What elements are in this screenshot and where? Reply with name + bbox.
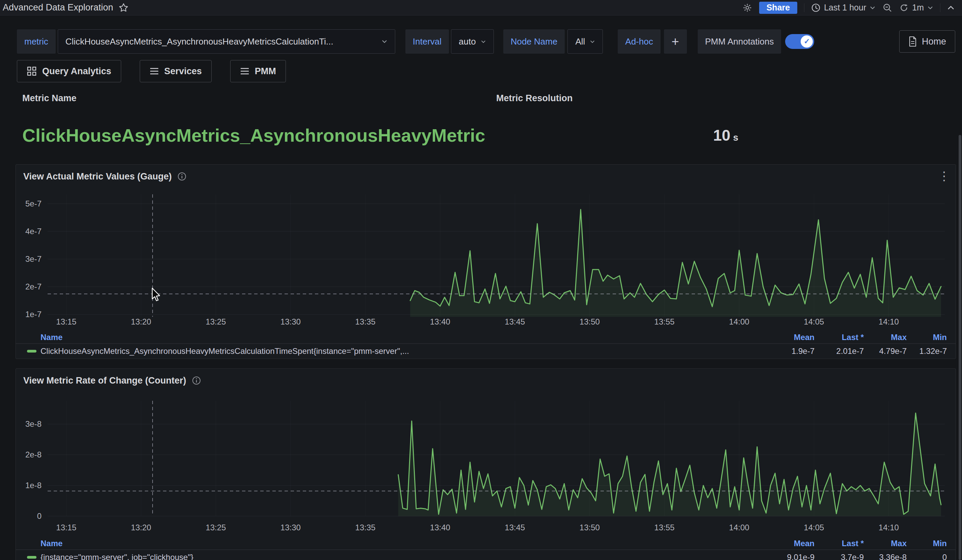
dashboard-links-bar: Query Analytics Services PMM <box>17 60 286 82</box>
y-axis-tick-label: 0 <box>37 512 42 521</box>
collapse-chevron-up-icon[interactable] <box>947 5 955 10</box>
series-min-value: 0 <box>907 553 947 560</box>
legend-col-last[interactable]: Last * <box>815 539 864 548</box>
series-min-value: 1.32e-7 <box>907 346 947 356</box>
time-range-label: Last 1 hour <box>824 3 866 13</box>
x-axis-tick-label: 13:15 <box>56 523 76 532</box>
x-axis-tick-label: 13:25 <box>205 317 226 326</box>
pmm-annotations-toggle[interactable]: ✓ <box>785 34 814 49</box>
gauge-timeseries-chart[interactable]: 13:1513:2013:2513:3013:3513:4013:4513:50… <box>16 188 956 331</box>
favorite-star-icon[interactable] <box>118 3 129 13</box>
series-last-value: 2.01e-7 <box>815 346 864 356</box>
x-axis-tick-label: 14:10 <box>879 523 899 532</box>
legend-col-max[interactable]: Max <box>864 539 907 548</box>
refresh-icon <box>899 3 909 13</box>
metric-variable-label: metric <box>17 29 56 54</box>
interval-variable-select[interactable]: auto <box>451 29 494 54</box>
services-link-button[interactable]: Services <box>140 60 211 82</box>
x-axis-tick-label: 13:40 <box>430 317 450 326</box>
legend-col-mean[interactable]: Mean <box>764 539 815 548</box>
legend-col-min[interactable]: Min <box>907 333 947 342</box>
gauge-panel-header[interactable]: View Actual Metric Values (Gauge) <box>16 165 956 188</box>
node-name-variable-select[interactable]: All <box>567 29 603 54</box>
menu-lines-icon <box>150 68 159 75</box>
metric-resolution-stat-value: 10s <box>496 121 955 150</box>
adhoc-add-filter-button[interactable]: + <box>664 29 687 54</box>
adhoc-filter-label: Ad-hoc <box>618 29 660 54</box>
node-name-variable-value: All <box>575 37 585 47</box>
legend-col-max[interactable]: Max <box>864 333 907 342</box>
gauge-panel-title: View Actual Metric Values (Gauge) <box>23 171 172 182</box>
legend-col-name[interactable]: Name <box>40 333 764 342</box>
chevron-down-icon <box>590 40 595 43</box>
y-axis-tick-label: 2e-8 <box>25 450 42 459</box>
counter-panel-title: View Metric Rate of Change (Counter) <box>23 375 186 386</box>
dashboard-variables-bar: metric ClickHouseAsyncMetrics_Asynchrono… <box>17 29 955 54</box>
interval-variable-label: Interval <box>405 29 449 54</box>
gauge-legend-series-row: ClickHouseAsyncMetrics_AsynchronousHeavy… <box>16 344 956 359</box>
series-max-value: 4.79e-7 <box>864 346 907 356</box>
page-scrollbar[interactable] <box>959 135 961 560</box>
home-button[interactable]: Home <box>899 31 955 53</box>
clock-icon <box>811 3 821 13</box>
x-axis-tick-label: 13:20 <box>131 317 151 326</box>
legend-col-last[interactable]: Last * <box>815 333 864 342</box>
node-name-variable-label: Node Name <box>503 29 565 54</box>
metric-variable-select[interactable]: ClickHouseAsyncMetrics_AsynchronousHeavy… <box>58 29 395 54</box>
x-axis-tick-label: 13:35 <box>355 317 375 326</box>
metric-name-stat-value: ClickHouseAsyncMetrics_AsynchronousHeavy… <box>22 121 486 150</box>
resolution-number: 10 <box>713 127 730 144</box>
y-axis-tick-label: 2e-7 <box>25 282 42 291</box>
info-icon[interactable] <box>177 172 187 181</box>
x-axis-tick-label: 13:25 <box>205 523 226 532</box>
zoom-out-icon[interactable] <box>882 3 893 13</box>
legend-col-name[interactable]: Name <box>40 539 764 548</box>
x-axis-tick-label: 14:00 <box>729 317 749 326</box>
grid-icon <box>27 66 37 76</box>
menu-lines-icon <box>240 68 249 75</box>
counter-panel: View Metric Rate of Change (Counter) 13:… <box>16 369 956 560</box>
share-button[interactable]: Share <box>759 2 797 14</box>
x-axis-tick-label: 13:55 <box>654 317 675 326</box>
legend-col-mean[interactable]: Mean <box>764 333 815 342</box>
interval-variable-value: auto <box>459 37 476 47</box>
series-color-marker[interactable] <box>27 350 36 352</box>
topbar-controls: Share Last 1 hour 1m <box>742 2 955 14</box>
query-analytics-link-button[interactable]: Query Analytics <box>17 60 121 82</box>
gauge-panel: View Actual Metric Values (Gauge) ⋮ 13:1… <box>16 164 956 359</box>
time-range-picker[interactable]: Last 1 hour <box>811 3 876 13</box>
chevron-down-icon <box>927 6 933 10</box>
topbar-divider <box>804 3 804 12</box>
y-axis-tick-label: 4e-7 <box>25 227 42 236</box>
metric-resolution-panel-title: Metric Resolution <box>496 93 573 103</box>
metric-name-panel-title: Metric Name <box>22 93 77 103</box>
dashboard-settings-gear-icon[interactable] <box>742 3 752 13</box>
home-button-label: Home <box>922 37 946 47</box>
pmm-annotations-label: PMM Annotations <box>698 29 781 54</box>
document-icon <box>908 36 917 47</box>
y-axis-tick-label: 1e-7 <box>25 310 42 319</box>
pmm-link-button[interactable]: PMM <box>230 60 286 82</box>
chevron-down-icon <box>481 40 486 43</box>
series-max-value: 3.36e-8 <box>864 553 907 560</box>
series-name[interactable]: {instance="pmm-server", job="clickhouse"… <box>40 553 764 560</box>
counter-timeseries-chart[interactable]: 13:1513:2013:2513:3013:3513:4013:4513:50… <box>16 392 956 537</box>
chevron-down-icon <box>870 6 876 10</box>
panel-menu-kebab-icon[interactable]: ⋮ <box>938 169 950 183</box>
x-axis-tick-label: 13:45 <box>505 317 525 326</box>
refresh-picker[interactable]: 1m <box>899 3 933 13</box>
legend-col-min[interactable]: Min <box>907 539 947 548</box>
info-icon[interactable] <box>192 376 201 385</box>
y-axis-tick-label: 3e-7 <box>25 254 42 264</box>
counter-panel-header[interactable]: View Metric Rate of Change (Counter) <box>16 369 956 392</box>
dashboard-title: Advanced Data Exploration <box>3 2 113 13</box>
series-name[interactable]: ClickHouseAsyncMetrics_AsynchronousHeavy… <box>40 346 764 356</box>
x-axis-tick-label: 13:50 <box>579 317 600 326</box>
resolution-unit: s <box>733 132 739 143</box>
x-axis-tick-label: 13:20 <box>131 523 151 532</box>
chevron-down-icon <box>381 39 387 43</box>
x-axis-tick-label: 14:05 <box>804 317 824 326</box>
x-axis-tick-label: 13:35 <box>355 523 375 532</box>
series-color-marker[interactable] <box>27 556 36 558</box>
pmm-label: PMM <box>255 66 276 77</box>
